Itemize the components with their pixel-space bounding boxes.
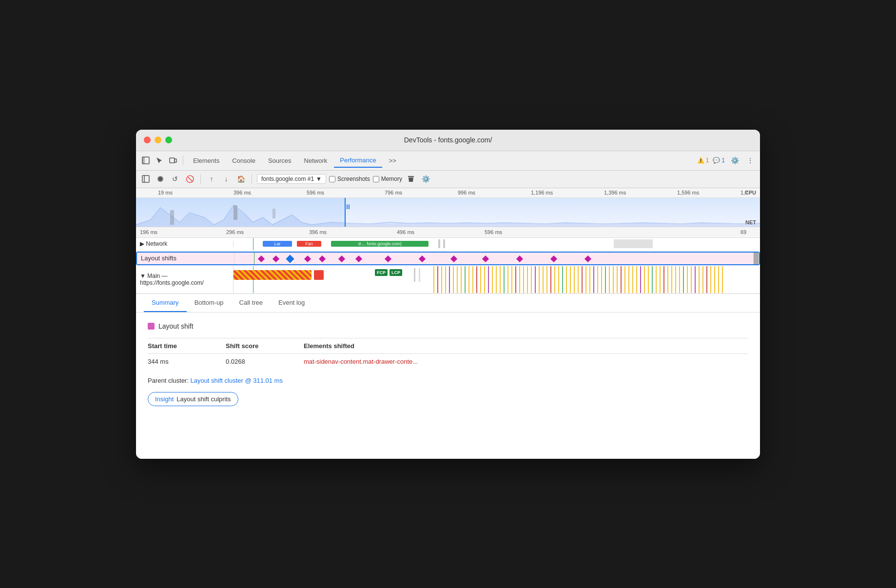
message-badge[interactable]: 💬 1	[713, 157, 725, 164]
network-label: ▶ Network	[136, 240, 234, 247]
net-bar-6	[614, 239, 653, 248]
r2-196: 196 ms	[140, 229, 157, 235]
devtools-window: DevTools - fonts.google.com/ Elements Co…	[136, 130, 760, 459]
table-header: Start time Shift score Elements shifted	[148, 338, 748, 354]
diamond-8[interactable]	[419, 255, 426, 262]
url-selector[interactable]: fonts.google.com #1 ▼	[257, 174, 326, 184]
tab-bottomup[interactable]: Bottom-up	[187, 294, 232, 312]
timeline-area: 19 ms 396 ms 596 ms 796 ms 996 ms 1,196 …	[136, 188, 760, 294]
separator3	[252, 174, 252, 184]
download-icon[interactable]: ↓	[220, 173, 232, 185]
title-bar: DevTools - fonts.google.com/	[136, 130, 760, 151]
diamond-1[interactable]	[258, 255, 265, 262]
summary-tabs: Summary Bottom-up Call tree Event log	[136, 294, 760, 313]
net-bar-4	[438, 239, 440, 248]
diamond-selected[interactable]	[286, 255, 294, 263]
cpu-label: CPU	[745, 190, 756, 196]
record-icon[interactable]	[155, 173, 166, 185]
upload-icon[interactable]: ↑	[206, 173, 217, 185]
diamond-13[interactable]	[584, 255, 591, 262]
net-bar-1: Lar	[263, 241, 292, 247]
memory-checkbox[interactable]: Memory	[373, 176, 402, 182]
svg-rect-2	[170, 158, 175, 163]
diamond-4[interactable]	[319, 255, 326, 262]
svg-rect-1	[142, 157, 145, 164]
traffic-lights	[144, 137, 172, 143]
tick-1196ms: 1,196 ms	[531, 190, 553, 196]
clear-performance-icon[interactable]	[405, 173, 417, 185]
task-bar-1	[234, 270, 312, 280]
more-icon[interactable]: ⋮	[744, 155, 756, 166]
screenshots-toggle[interactable]	[329, 176, 335, 182]
maximize-button[interactable]	[165, 137, 172, 143]
tick-1396ms: 1,396 ms	[604, 190, 626, 196]
layout-shifts-content[interactable]: 0.0268 Layout shift	[234, 253, 759, 264]
scrollbar[interactable]	[753, 253, 759, 264]
tab-calltree[interactable]: Call tree	[232, 294, 271, 312]
diamond-11[interactable]	[516, 255, 523, 262]
diamond-5[interactable]	[338, 255, 345, 262]
settings-icon[interactable]: ⚙️	[729, 155, 740, 166]
pause-marker: ⏸	[345, 203, 351, 211]
tick-596ms: 596 ms	[307, 190, 324, 196]
warning-icon: ⚠️	[697, 157, 704, 164]
performance-toolbar: ↺ 🚫 ↑ ↓ 🏠 fonts.google.com #1 ▼ Screensh…	[136, 171, 760, 188]
diamond-7[interactable]	[385, 255, 391, 262]
diamond-6[interactable]	[355, 255, 362, 262]
reload-record-icon[interactable]: ↺	[169, 173, 181, 185]
layout-shifts-track[interactable]: Layout shifts	[136, 252, 760, 265]
color-indicator	[148, 323, 155, 330]
close-button[interactable]	[144, 137, 151, 143]
r2-496: 496 ms	[397, 229, 414, 235]
perf-settings-icon[interactable]: ⚙️	[420, 173, 431, 185]
task-bar-2	[314, 270, 324, 280]
main-thread-label: ▼ Main — https://fonts.google.com/	[136, 266, 234, 293]
main-thread-track: ▼ Main — https://fonts.google.com/ FCP L…	[136, 266, 760, 294]
net-bar-3: ⊘... fonts.google.com)	[331, 241, 429, 247]
clear-icon[interactable]: 🚫	[184, 173, 195, 185]
network-content[interactable]: Lar Fan ⊘... fonts.google.com)	[234, 238, 760, 250]
diamond-3[interactable]	[304, 255, 311, 262]
device-toggle-icon[interactable]	[167, 155, 179, 166]
network-track: ▶ Network Lar Fan ⊘... fonts.google.com)	[136, 238, 760, 251]
tab-more[interactable]: >>	[383, 154, 402, 167]
diamond-9[interactable]	[450, 255, 457, 262]
tab-bar: Elements Console Sources Network Perform…	[187, 154, 695, 168]
tab-performance[interactable]: Performance	[334, 154, 382, 168]
tab-sources[interactable]: Sources	[262, 154, 297, 167]
window-title: DevTools - fonts.google.com/	[404, 136, 492, 144]
diamond-10[interactable]	[482, 255, 489, 262]
r2-396: 396 ms	[309, 229, 327, 235]
separator	[183, 156, 183, 165]
screenshots-checkbox[interactable]: Screenshots	[329, 176, 370, 182]
timeline-ruler: 196 ms 296 ms 396 ms 496 ms 596 ms 69	[136, 227, 760, 238]
tick-1596ms: 1,596 ms	[677, 190, 699, 196]
sidebar-toggle-icon[interactable]	[140, 173, 152, 185]
net-bar-5	[443, 239, 445, 248]
fcp-badge: FCP	[375, 269, 388, 276]
tab-network[interactable]: Network	[298, 154, 333, 167]
tab-eventlog[interactable]: Event log	[271, 294, 312, 312]
inspect-icon[interactable]	[154, 155, 165, 166]
tick-19ms: 19 ms	[158, 190, 173, 196]
devtools-dock-icon[interactable]	[140, 155, 152, 166]
parent-cluster: Parent cluster: Layout shift cluster @ 3…	[148, 377, 748, 384]
warning-badge[interactable]: ⚠️ 1	[697, 157, 709, 164]
diamond-12[interactable]	[550, 255, 557, 262]
minimize-button[interactable]	[155, 137, 161, 143]
tab-elements[interactable]: Elements	[187, 154, 225, 167]
elements-link[interactable]: mat-sidenav-content.mat-drawer-conte...	[304, 358, 418, 365]
layout-shifts-label: Layout shifts	[137, 253, 234, 264]
tick-996ms: 996 ms	[458, 190, 475, 196]
task-mark-1	[414, 268, 415, 282]
tab-summary[interactable]: Summary	[144, 294, 187, 312]
home-icon[interactable]: 🏠	[235, 173, 247, 185]
parent-cluster-link[interactable]: Layout shift cluster @ 311.01 ms	[190, 377, 283, 384]
scrollbar-thumb[interactable]	[754, 253, 759, 264]
r2-596: 596 ms	[485, 229, 502, 235]
timeline-overview[interactable]: 19 ms 396 ms 596 ms 796 ms 996 ms 1,196 …	[136, 188, 760, 227]
tab-console[interactable]: Console	[226, 154, 261, 167]
memory-toggle[interactable]	[373, 176, 379, 182]
diamond-2[interactable]	[273, 255, 279, 262]
insight-button[interactable]: Insight Layout shift culprits	[148, 392, 238, 406]
